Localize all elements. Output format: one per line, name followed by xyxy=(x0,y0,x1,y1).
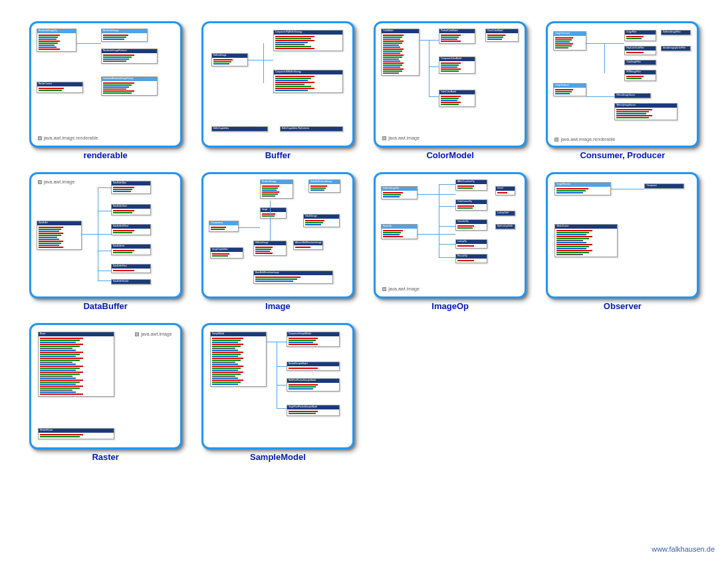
card-label: Consumer, Producer xyxy=(580,150,665,160)
card-label: renderable xyxy=(83,150,127,160)
card-label: ColorModel xyxy=(426,150,474,160)
thumbnail: java.awt.image DataBuffer DataBufferByte… xyxy=(29,172,182,298)
card-colormodel[interactable]: ColorModel PackedColorModel ComponentCol… xyxy=(370,21,531,160)
thumbnail: BufferedImage Component.FlipBufferStrate… xyxy=(201,21,354,148)
card-image[interactable]: RenderedImage WritableRenderedImage Imag… xyxy=(197,172,358,311)
card-consumer-producer[interactable]: ImageConsumer ImageFilter BufferedImageF… xyxy=(543,21,703,160)
thumbnail: SampleModel ComponentSampleModel BandedS… xyxy=(201,323,354,449)
card-label: Buffer xyxy=(265,150,291,160)
card-label: Image xyxy=(265,301,291,311)
card-observer[interactable]: ImageObserver Component MediaTracker Obs… xyxy=(543,172,703,311)
pkg-text: java.awt.image xyxy=(388,136,420,140)
pkg-text: java.awt.image xyxy=(141,332,172,336)
pkg-text: java.awt.image xyxy=(388,286,420,291)
thumbnail: RenderedImage WritableRenderedImage Imag… xyxy=(201,172,354,298)
card-samplemodel[interactable]: SampleModel ComponentSampleModel BandedS… xyxy=(197,323,358,462)
card-buffer[interactable]: BufferedImage Component.FlipBufferStrate… xyxy=(197,21,358,160)
card-label: ImageOp xyxy=(431,301,469,311)
thumbnail: BufferedImageOp RasterOp AffineTransform… xyxy=(374,172,527,298)
thumbnail-grid: RenderableImageOp RenderableImage Render… xyxy=(0,0,728,462)
card-renderable[interactable]: RenderableImageOp RenderableImage Render… xyxy=(25,21,185,160)
card-label: SampleModel xyxy=(250,452,306,462)
card-imageop[interactable]: BufferedImageOp RasterOp AffineTransform… xyxy=(370,172,531,311)
thumbnail: ImageConsumer ImageFilter BufferedImageF… xyxy=(546,21,699,148)
footer-link[interactable]: www.falkhausen.de xyxy=(652,545,715,553)
card-databuffer[interactable]: java.awt.image DataBuffer DataBufferByte… xyxy=(25,172,185,311)
pkg-text: java.awt.image.renderable xyxy=(44,136,98,140)
pkg-text: java.awt.image.renderable xyxy=(560,137,615,142)
card-label: DataBuffer xyxy=(83,301,127,311)
card-raster[interactable]: Raster WritableRaster java.awt.image Ras… xyxy=(25,323,185,462)
thumbnail: ColorModel PackedColorModel ComponentCol… xyxy=(374,21,527,148)
thumbnail: Raster WritableRaster java.awt.image xyxy=(29,323,182,449)
card-label: Observer xyxy=(604,301,642,311)
thumbnail: ImageObserver Component MediaTracker xyxy=(546,172,699,298)
thumbnail: RenderableImageOp RenderableImage Render… xyxy=(29,21,182,148)
pkg-text: java.awt.image xyxy=(44,179,75,184)
card-label: Raster xyxy=(92,452,118,462)
